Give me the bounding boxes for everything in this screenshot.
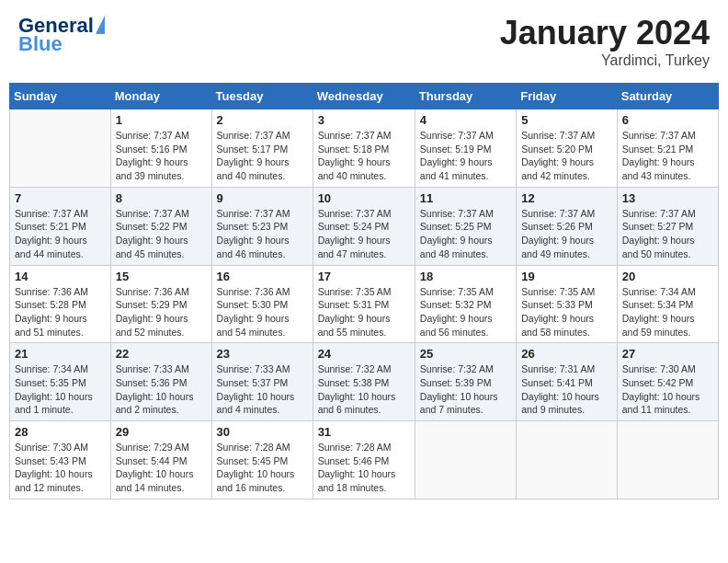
day-number: 16 [217, 270, 308, 283]
calendar-cell: 28Sunrise: 7:30 AMSunset: 5:43 PMDayligh… [10, 421, 111, 500]
calendar-week-5: 28Sunrise: 7:30 AMSunset: 5:43 PMDayligh… [10, 421, 719, 500]
calendar-week-3: 14Sunrise: 7:36 AMSunset: 5:28 PMDayligh… [10, 265, 719, 343]
page-header: General Blue January 2024 Yardimci, Turk… [9, 9, 719, 74]
day-number: 3 [318, 113, 410, 127]
day-info: Sunrise: 7:36 AMSunset: 5:30 PMDaylight:… [217, 285, 308, 339]
day-number: 12 [521, 191, 612, 205]
day-number: 21 [15, 347, 106, 361]
day-info: Sunrise: 7:34 AMSunset: 5:35 PMDaylight:… [15, 362, 106, 417]
day-info: Sunrise: 7:35 AMSunset: 5:31 PMDaylight:… [318, 285, 410, 339]
day-info: Sunrise: 7:37 AMSunset: 5:17 PMDaylight:… [217, 129, 308, 183]
day-info: Sunrise: 7:37 AMSunset: 5:18 PMDaylight:… [318, 129, 410, 183]
calendar-cell: 2Sunrise: 7:37 AMSunset: 5:17 PMDaylight… [211, 109, 313, 188]
day-info: Sunrise: 7:32 AMSunset: 5:39 PMDaylight:… [420, 362, 511, 417]
month-title: January 2024 [500, 14, 710, 52]
day-number: 26 [521, 347, 612, 361]
calendar-cell: 1Sunrise: 7:37 AMSunset: 5:16 PMDaylight… [110, 109, 211, 188]
day-number: 11 [420, 191, 511, 205]
day-number: 29 [116, 425, 207, 439]
day-info: Sunrise: 7:37 AMSunset: 5:23 PMDaylight:… [217, 207, 308, 261]
weekday-header-thursday: Thursday [415, 84, 516, 109]
day-number: 4 [420, 113, 511, 127]
day-number: 5 [521, 113, 612, 127]
calendar-table: SundayMondayTuesdayWednesdayThursdayFrid… [9, 83, 719, 500]
calendar-cell: 9Sunrise: 7:37 AMSunset: 5:23 PMDaylight… [211, 187, 313, 265]
day-info: Sunrise: 7:37 AMSunset: 5:24 PMDaylight:… [318, 207, 410, 261]
calendar-cell: 24Sunrise: 7:32 AMSunset: 5:38 PMDayligh… [313, 343, 415, 421]
day-number: 2 [217, 113, 308, 127]
day-info: Sunrise: 7:37 AMSunset: 5:21 PMDaylight:… [15, 207, 106, 261]
calendar-cell: 22Sunrise: 7:33 AMSunset: 5:36 PMDayligh… [110, 343, 211, 421]
weekday-header-friday: Friday [517, 84, 618, 109]
weekday-header-wednesday: Wednesday [313, 84, 415, 109]
logo: General Blue [18, 14, 105, 56]
day-number: 31 [318, 425, 410, 439]
day-info: Sunrise: 7:30 AMSunset: 5:43 PMDaylight:… [15, 441, 106, 495]
day-info: Sunrise: 7:37 AMSunset: 5:25 PMDaylight:… [420, 207, 511, 261]
day-info: Sunrise: 7:37 AMSunset: 5:27 PMDaylight:… [622, 207, 713, 261]
day-number: 19 [521, 270, 612, 283]
calendar-cell: 31Sunrise: 7:28 AMSunset: 5:46 PMDayligh… [313, 421, 415, 500]
day-info: Sunrise: 7:36 AMSunset: 5:29 PMDaylight:… [116, 285, 207, 339]
calendar-cell: 25Sunrise: 7:32 AMSunset: 5:39 PMDayligh… [415, 343, 516, 421]
day-info: Sunrise: 7:37 AMSunset: 5:20 PMDaylight:… [521, 129, 612, 183]
day-number: 28 [15, 425, 106, 439]
calendar-cell: 5Sunrise: 7:37 AMSunset: 5:20 PMDaylight… [517, 109, 618, 188]
calendar-cell: 15Sunrise: 7:36 AMSunset: 5:29 PMDayligh… [110, 265, 211, 343]
day-number: 24 [318, 347, 410, 361]
calendar-cell [10, 109, 111, 188]
calendar-cell: 30Sunrise: 7:28 AMSunset: 5:45 PMDayligh… [211, 421, 313, 500]
location-subtitle: Yardimci, Turkey [500, 52, 710, 69]
logo-blue-text: Blue [18, 32, 63, 56]
calendar-cell: 11Sunrise: 7:37 AMSunset: 5:25 PMDayligh… [415, 187, 516, 265]
day-info: Sunrise: 7:28 AMSunset: 5:46 PMDaylight:… [318, 441, 410, 495]
calendar-cell [517, 421, 618, 500]
calendar-week-2: 7Sunrise: 7:37 AMSunset: 5:21 PMDaylight… [10, 187, 719, 265]
day-number: 15 [116, 270, 207, 283]
calendar-cell: 4Sunrise: 7:37 AMSunset: 5:19 PMDaylight… [415, 109, 516, 188]
day-number: 10 [318, 191, 410, 205]
calendar-cell [415, 421, 516, 500]
day-info: Sunrise: 7:30 AMSunset: 5:42 PMDaylight:… [622, 362, 713, 417]
day-number: 1 [116, 113, 207, 127]
calendar-cell: 13Sunrise: 7:37 AMSunset: 5:27 PMDayligh… [617, 187, 718, 265]
calendar-week-4: 21Sunrise: 7:34 AMSunset: 5:35 PMDayligh… [10, 343, 719, 421]
calendar-cell: 27Sunrise: 7:30 AMSunset: 5:42 PMDayligh… [617, 343, 718, 421]
day-number: 20 [622, 270, 713, 283]
day-info: Sunrise: 7:33 AMSunset: 5:36 PMDaylight:… [116, 362, 207, 417]
day-info: Sunrise: 7:29 AMSunset: 5:44 PMDaylight:… [116, 441, 207, 495]
day-info: Sunrise: 7:31 AMSunset: 5:41 PMDaylight:… [521, 362, 612, 417]
calendar-cell: 18Sunrise: 7:35 AMSunset: 5:32 PMDayligh… [415, 265, 516, 343]
day-info: Sunrise: 7:37 AMSunset: 5:22 PMDaylight:… [116, 207, 207, 261]
day-info: Sunrise: 7:35 AMSunset: 5:32 PMDaylight:… [420, 285, 511, 339]
calendar-cell: 26Sunrise: 7:31 AMSunset: 5:41 PMDayligh… [517, 343, 618, 421]
day-info: Sunrise: 7:33 AMSunset: 5:37 PMDaylight:… [217, 362, 308, 417]
calendar-cell: 6Sunrise: 7:37 AMSunset: 5:21 PMDaylight… [617, 109, 718, 188]
day-number: 7 [15, 191, 106, 205]
calendar-cell: 16Sunrise: 7:36 AMSunset: 5:30 PMDayligh… [211, 265, 313, 343]
day-number: 14 [15, 270, 106, 283]
day-number: 23 [217, 347, 308, 361]
day-number: 8 [116, 191, 207, 205]
day-info: Sunrise: 7:37 AMSunset: 5:21 PMDaylight:… [622, 129, 713, 183]
weekday-header-monday: Monday [110, 84, 211, 109]
day-info: Sunrise: 7:37 AMSunset: 5:19 PMDaylight:… [420, 129, 511, 183]
day-number: 30 [217, 425, 308, 439]
day-info: Sunrise: 7:34 AMSunset: 5:34 PMDaylight:… [622, 285, 713, 339]
weekday-header-tuesday: Tuesday [211, 84, 313, 109]
weekday-header-sunday: Sunday [10, 84, 111, 109]
day-number: 22 [116, 347, 207, 361]
day-number: 25 [420, 347, 511, 361]
day-number: 17 [318, 270, 410, 283]
calendar-cell: 19Sunrise: 7:35 AMSunset: 5:33 PMDayligh… [517, 265, 618, 343]
day-info: Sunrise: 7:28 AMSunset: 5:45 PMDaylight:… [217, 441, 308, 495]
calendar-cell: 3Sunrise: 7:37 AMSunset: 5:18 PMDaylight… [313, 109, 415, 188]
calendar-cell: 10Sunrise: 7:37 AMSunset: 5:24 PMDayligh… [313, 187, 415, 265]
day-number: 18 [420, 270, 511, 283]
weekday-header-row: SundayMondayTuesdayWednesdayThursdayFrid… [10, 84, 719, 109]
title-section: January 2024 Yardimci, Turkey [500, 14, 710, 69]
calendar-cell: 20Sunrise: 7:34 AMSunset: 5:34 PMDayligh… [617, 265, 718, 343]
calendar-cell: 8Sunrise: 7:37 AMSunset: 5:22 PMDaylight… [110, 187, 211, 265]
calendar-cell: 7Sunrise: 7:37 AMSunset: 5:21 PMDaylight… [10, 187, 111, 265]
calendar-cell: 23Sunrise: 7:33 AMSunset: 5:37 PMDayligh… [211, 343, 313, 421]
